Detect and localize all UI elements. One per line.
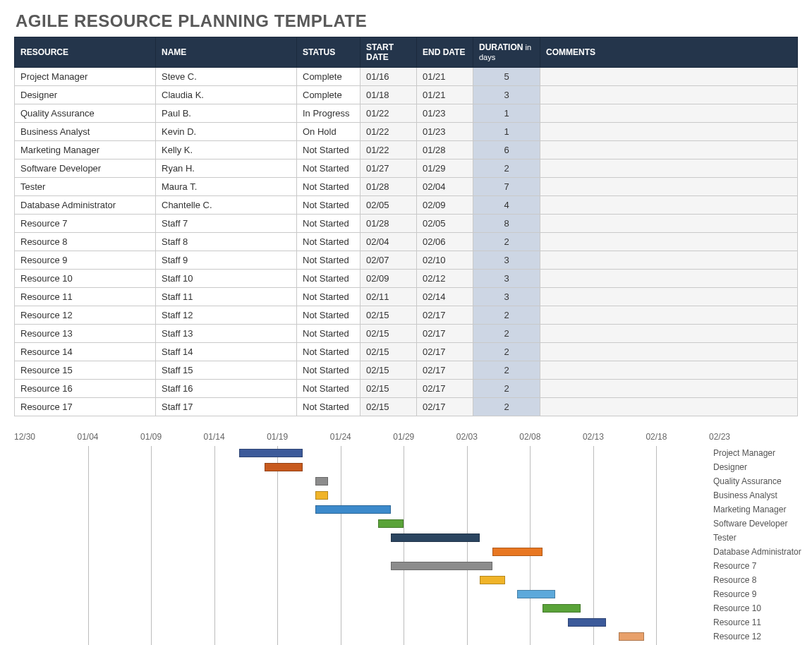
table-row[interactable]: Resource 10Staff 10Not Started02/0902/12…: [15, 270, 798, 288]
cell-resource[interactable]: Project Manager: [15, 68, 156, 86]
cell-name[interactable]: Kevin D.: [156, 123, 297, 141]
cell-status[interactable]: Not Started: [297, 141, 360, 159]
cell-end[interactable]: 02/14: [417, 288, 473, 306]
cell-status[interactable]: Not Started: [297, 288, 360, 306]
cell-duration[interactable]: 3: [473, 270, 540, 288]
cell-resource[interactable]: Quality Assurance: [15, 104, 156, 123]
cell-status[interactable]: Not Started: [297, 380, 360, 398]
table-row[interactable]: Resource 11Staff 11Not Started02/1102/14…: [15, 288, 798, 306]
cell-name[interactable]: Chantelle C.: [156, 196, 297, 215]
cell-end[interactable]: 02/06: [417, 233, 473, 251]
cell-comments[interactable]: [540, 343, 798, 361]
cell-status[interactable]: Complete: [297, 86, 360, 104]
cell-resource[interactable]: Resource 7: [15, 215, 156, 233]
cell-status[interactable]: Not Started: [297, 270, 360, 288]
cell-duration[interactable]: 1: [473, 123, 540, 141]
cell-duration[interactable]: 2: [473, 325, 540, 343]
cell-end[interactable]: 02/05: [417, 215, 473, 233]
cell-end[interactable]: 01/23: [417, 123, 473, 141]
cell-start[interactable]: 01/22: [360, 104, 417, 123]
cell-duration[interactable]: 5: [473, 68, 540, 86]
cell-start[interactable]: 02/09: [360, 270, 417, 288]
cell-status[interactable]: Not Started: [297, 178, 360, 196]
cell-resource[interactable]: Resource 17: [15, 398, 156, 416]
cell-name[interactable]: Staff 9: [156, 251, 297, 270]
cell-comments[interactable]: [540, 68, 798, 86]
cell-comments[interactable]: [540, 141, 798, 159]
cell-end[interactable]: 02/17: [417, 398, 473, 416]
cell-end[interactable]: 01/29: [417, 159, 473, 178]
cell-comments[interactable]: [540, 270, 798, 288]
cell-comments[interactable]: [540, 104, 798, 123]
table-row[interactable]: Database AdministratorChantelle C.Not St…: [15, 196, 798, 215]
cell-comments[interactable]: [540, 398, 798, 416]
cell-duration[interactable]: 6: [473, 141, 540, 159]
cell-duration[interactable]: 3: [473, 86, 540, 104]
cell-end[interactable]: 02/17: [417, 343, 473, 361]
table-row[interactable]: Business AnalystKevin D.On Hold01/2201/2…: [15, 123, 798, 141]
cell-resource[interactable]: Business Analyst: [15, 123, 156, 141]
cell-end[interactable]: 02/17: [417, 306, 473, 325]
cell-duration[interactable]: 2: [473, 398, 540, 416]
cell-name[interactable]: Staff 15: [156, 361, 297, 380]
cell-comments[interactable]: [540, 178, 798, 196]
cell-name[interactable]: Paul B.: [156, 104, 297, 123]
cell-end[interactable]: 01/23: [417, 104, 473, 123]
cell-comments[interactable]: [540, 251, 798, 270]
cell-start[interactable]: 01/28: [360, 178, 417, 196]
table-row[interactable]: Resource 12Staff 12Not Started02/1502/17…: [15, 306, 798, 325]
cell-duration[interactable]: 2: [473, 159, 540, 178]
cell-status[interactable]: Not Started: [297, 251, 360, 270]
cell-name[interactable]: Staff 8: [156, 233, 297, 251]
cell-start[interactable]: 02/15: [360, 380, 417, 398]
cell-name[interactable]: Claudia K.: [156, 86, 297, 104]
cell-resource[interactable]: Resource 13: [15, 325, 156, 343]
cell-comments[interactable]: [540, 196, 798, 215]
table-row[interactable]: Quality AssurancePaul B.In Progress01/22…: [15, 104, 798, 123]
cell-status[interactable]: On Hold: [297, 123, 360, 141]
cell-end[interactable]: 01/21: [417, 68, 473, 86]
cell-comments[interactable]: [540, 215, 798, 233]
table-row[interactable]: Resource 17Staff 17Not Started02/1502/17…: [15, 398, 798, 416]
cell-name[interactable]: Ryan H.: [156, 159, 297, 178]
cell-duration[interactable]: 2: [473, 343, 540, 361]
cell-comments[interactable]: [540, 123, 798, 141]
cell-start[interactable]: 02/05: [360, 196, 417, 215]
cell-status[interactable]: In Progress: [297, 104, 360, 123]
cell-start[interactable]: 02/15: [360, 343, 417, 361]
table-row[interactable]: Resource 13Staff 13Not Started02/1502/17…: [15, 325, 798, 343]
cell-status[interactable]: Not Started: [297, 306, 360, 325]
cell-resource[interactable]: Marketing Manager: [15, 141, 156, 159]
cell-resource[interactable]: Software Developer: [15, 159, 156, 178]
cell-start[interactable]: 01/22: [360, 141, 417, 159]
table-row[interactable]: Resource 9Staff 9Not Started02/0702/103: [15, 251, 798, 270]
cell-duration[interactable]: 1: [473, 104, 540, 123]
cell-start[interactable]: 02/04: [360, 233, 417, 251]
cell-end[interactable]: 02/04: [417, 178, 473, 196]
cell-end[interactable]: 02/10: [417, 251, 473, 270]
cell-start[interactable]: 01/28: [360, 215, 417, 233]
cell-status[interactable]: Complete: [297, 68, 360, 86]
cell-duration[interactable]: 7: [473, 178, 540, 196]
cell-resource[interactable]: Resource 12: [15, 306, 156, 325]
cell-start[interactable]: 02/15: [360, 306, 417, 325]
cell-start[interactable]: 02/15: [360, 325, 417, 343]
cell-start[interactable]: 01/18: [360, 86, 417, 104]
cell-status[interactable]: Not Started: [297, 196, 360, 215]
cell-duration[interactable]: 3: [473, 288, 540, 306]
cell-comments[interactable]: [540, 86, 798, 104]
cell-name[interactable]: Staff 14: [156, 343, 297, 361]
cell-duration[interactable]: 3: [473, 251, 540, 270]
cell-name[interactable]: Staff 10: [156, 270, 297, 288]
cell-end[interactable]: 02/17: [417, 380, 473, 398]
cell-resource[interactable]: Designer: [15, 86, 156, 104]
cell-name[interactable]: Staff 12: [156, 306, 297, 325]
cell-end[interactable]: 02/17: [417, 361, 473, 380]
cell-comments[interactable]: [540, 380, 798, 398]
cell-resource[interactable]: Resource 11: [15, 288, 156, 306]
table-row[interactable]: Software DeveloperRyan H.Not Started01/2…: [15, 159, 798, 178]
cell-name[interactable]: Staff 13: [156, 325, 297, 343]
cell-name[interactable]: Staff 16: [156, 380, 297, 398]
cell-end[interactable]: 01/21: [417, 86, 473, 104]
cell-name[interactable]: Maura T.: [156, 178, 297, 196]
